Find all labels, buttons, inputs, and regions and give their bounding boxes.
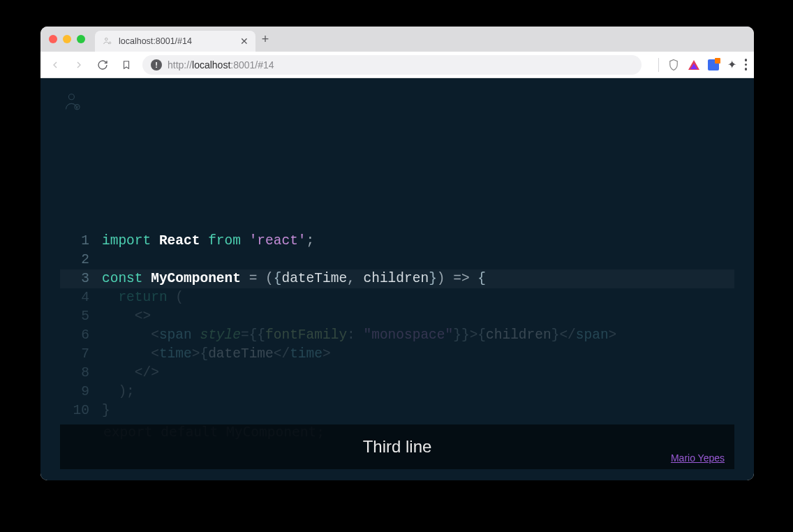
reload-button[interactable] (95, 57, 110, 73)
presenter-icon (61, 91, 84, 113)
brave-rewards-icon[interactable] (688, 60, 699, 70)
extension-icon[interactable] (708, 59, 719, 71)
code-line: 5 <> (60, 307, 734, 326)
code-line: 10} (60, 401, 734, 420)
credit-link[interactable]: Mario Yepes (671, 452, 725, 464)
code-line: 3const MyComponent = ({dateTime, childre… (60, 269, 734, 288)
tab-favicon (102, 36, 113, 47)
maximize-window-button[interactable] (77, 35, 85, 43)
toolbar-right: ✦ (658, 58, 748, 72)
tab-bar: localhost:8001/#14 ✕ + (40, 27, 754, 52)
svg-point-1 (109, 42, 111, 44)
browser-window: localhost:8001/#14 ✕ + ! http://localhos… (40, 27, 754, 480)
close-window-button[interactable] (49, 35, 57, 43)
code-line: 8 </> (60, 364, 734, 383)
svg-point-0 (105, 38, 108, 40)
site-info-icon[interactable]: ! (151, 59, 162, 71)
code-line: 6 <span style={{fontFamily: "monospace"}… (60, 326, 734, 345)
browser-tab[interactable]: localhost:8001/#14 ✕ (95, 31, 255, 52)
code-line: 7 <time>{dateTime</time> (60, 345, 734, 364)
code-line: 2 (60, 251, 734, 269)
url-bar[interactable]: ! http://localhost:8001/#14 (142, 55, 642, 75)
url-text: http://localhost:8001/#14 (168, 59, 274, 71)
code-line: 4 return ( (60, 288, 734, 307)
caption-text: Third line (363, 437, 432, 457)
brave-shields-icon[interactable] (667, 59, 680, 71)
slide-caption: Third line Mario Yepes (60, 424, 734, 469)
page-content: 1import React from 'react';23const MyCom… (40, 78, 754, 480)
extensions-button[interactable]: ✦ (727, 58, 736, 71)
back-button[interactable] (47, 57, 63, 73)
bookmark-button[interactable] (119, 57, 134, 73)
svg-point-2 (68, 94, 74, 100)
window-controls (49, 35, 85, 43)
code-block: 1import React from 'react';23const MyCom… (60, 232, 734, 420)
minimize-window-button[interactable] (63, 35, 71, 43)
menu-button[interactable] (745, 59, 748, 71)
forward-button[interactable] (71, 57, 87, 73)
tab-close-button[interactable]: ✕ (240, 36, 249, 47)
toolbar: ! http://localhost:8001/#14 ✦ (40, 52, 754, 78)
tab-title: localhost:8001/#14 (119, 36, 235, 46)
new-tab-button[interactable]: + (255, 32, 275, 47)
code-line: 1import React from 'react'; (60, 232, 734, 251)
code-line: 9 ); (60, 383, 734, 401)
separator (658, 58, 659, 72)
